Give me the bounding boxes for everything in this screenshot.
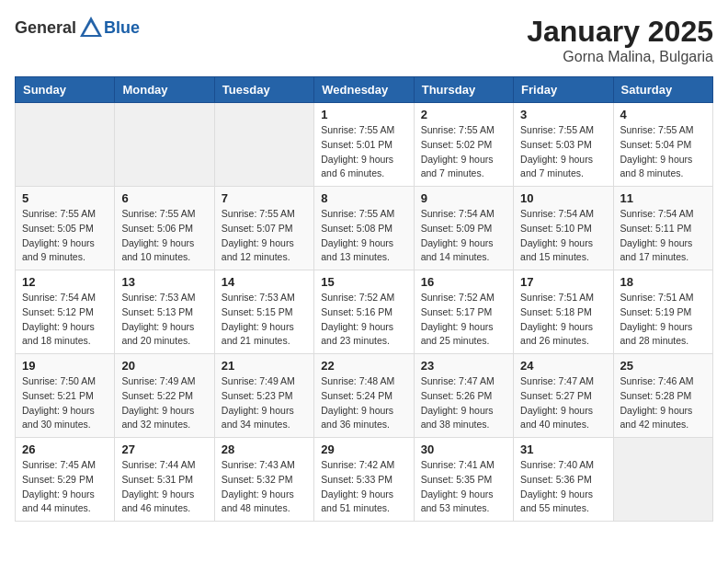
- day-cell: 6Sunrise: 7:55 AMSunset: 5:06 PMDaylight…: [115, 187, 214, 270]
- day-number: 27: [121, 442, 207, 456]
- day-info: Sunrise: 7:55 AMSunset: 5:06 PMDaylight:…: [121, 207, 207, 265]
- day-number: 15: [321, 275, 406, 289]
- day-number: 8: [321, 191, 406, 205]
- weekday-header-sunday: Sunday: [16, 77, 115, 103]
- day-info: Sunrise: 7:45 AMSunset: 5:29 PMDaylight:…: [22, 458, 108, 516]
- day-info: Sunrise: 7:50 AMSunset: 5:21 PMDaylight:…: [22, 374, 108, 432]
- day-cell: 11Sunrise: 7:54 AMSunset: 5:11 PMDayligh…: [613, 187, 712, 270]
- day-cell: 10Sunrise: 7:54 AMSunset: 5:10 PMDayligh…: [514, 187, 613, 270]
- day-number: 30: [421, 442, 506, 456]
- day-info: Sunrise: 7:51 AMSunset: 5:18 PMDaylight:…: [520, 291, 606, 349]
- day-number: 28: [222, 442, 307, 456]
- day-number: 19: [22, 359, 108, 373]
- day-number: 31: [520, 442, 606, 456]
- title-block: January 2025 Gorna Malina, Bulgaria: [527, 15, 713, 65]
- week-row-3: 12Sunrise: 7:54 AMSunset: 5:12 PMDayligh…: [16, 270, 713, 354]
- location-title: Gorna Malina, Bulgaria: [527, 49, 713, 65]
- day-number: 29: [321, 442, 406, 456]
- day-cell: 28Sunrise: 7:43 AMSunset: 5:32 PMDayligh…: [214, 438, 313, 522]
- month-title: January 2025: [527, 15, 713, 49]
- day-cell: 22Sunrise: 7:48 AMSunset: 5:24 PMDayligh…: [314, 354, 414, 438]
- day-info: Sunrise: 7:48 AMSunset: 5:24 PMDaylight:…: [321, 374, 406, 432]
- day-cell: 4Sunrise: 7:55 AMSunset: 5:04 PMDaylight…: [613, 103, 712, 187]
- day-number: 10: [520, 191, 606, 205]
- day-info: Sunrise: 7:54 AMSunset: 5:10 PMDaylight:…: [520, 207, 606, 265]
- day-info: Sunrise: 7:55 AMSunset: 5:08 PMDaylight:…: [321, 207, 406, 265]
- day-cell: 8Sunrise: 7:55 AMSunset: 5:08 PMDaylight…: [314, 187, 414, 270]
- week-row-5: 26Sunrise: 7:45 AMSunset: 5:29 PMDayligh…: [16, 438, 713, 522]
- day-number: 13: [121, 275, 207, 289]
- day-number: 16: [421, 275, 506, 289]
- day-cell: 14Sunrise: 7:53 AMSunset: 5:15 PMDayligh…: [214, 270, 313, 354]
- day-info: Sunrise: 7:47 AMSunset: 5:27 PMDaylight:…: [520, 374, 606, 432]
- day-info: Sunrise: 7:55 AMSunset: 5:03 PMDaylight:…: [520, 123, 606, 181]
- day-cell: 23Sunrise: 7:47 AMSunset: 5:26 PMDayligh…: [414, 354, 513, 438]
- weekday-header-thursday: Thursday: [414, 77, 513, 103]
- day-cell: [115, 103, 214, 187]
- day-info: Sunrise: 7:44 AMSunset: 5:31 PMDaylight:…: [121, 458, 207, 516]
- day-info: Sunrise: 7:55 AMSunset: 5:05 PMDaylight:…: [22, 207, 108, 265]
- day-number: 2: [421, 108, 506, 121]
- day-cell: 16Sunrise: 7:52 AMSunset: 5:17 PMDayligh…: [414, 270, 513, 354]
- weekday-header-wednesday: Wednesday: [314, 77, 414, 103]
- day-info: Sunrise: 7:46 AMSunset: 5:28 PMDaylight:…: [620, 374, 706, 432]
- week-row-2: 5Sunrise: 7:55 AMSunset: 5:05 PMDaylight…: [16, 187, 713, 270]
- day-info: Sunrise: 7:49 AMSunset: 5:23 PMDaylight:…: [222, 374, 307, 432]
- day-number: 25: [620, 359, 706, 373]
- day-number: 24: [520, 359, 606, 373]
- day-number: 7: [222, 191, 307, 205]
- day-cell: 21Sunrise: 7:49 AMSunset: 5:23 PMDayligh…: [214, 354, 313, 438]
- day-number: 12: [22, 275, 108, 289]
- day-cell: 1Sunrise: 7:55 AMSunset: 5:01 PMDaylight…: [314, 103, 414, 187]
- weekday-header-friday: Friday: [514, 77, 613, 103]
- day-number: 9: [421, 191, 506, 205]
- day-info: Sunrise: 7:41 AMSunset: 5:35 PMDaylight:…: [421, 458, 506, 516]
- day-number: 4: [620, 108, 706, 121]
- day-info: Sunrise: 7:52 AMSunset: 5:17 PMDaylight:…: [421, 291, 506, 349]
- day-cell: 31Sunrise: 7:40 AMSunset: 5:36 PMDayligh…: [514, 438, 613, 522]
- day-cell: 5Sunrise: 7:55 AMSunset: 5:05 PMDaylight…: [16, 187, 115, 270]
- day-cell: 3Sunrise: 7:55 AMSunset: 5:03 PMDaylight…: [514, 103, 613, 187]
- day-cell: 18Sunrise: 7:51 AMSunset: 5:19 PMDayligh…: [613, 270, 712, 354]
- day-info: Sunrise: 7:47 AMSunset: 5:26 PMDaylight:…: [421, 374, 506, 432]
- day-cell: 25Sunrise: 7:46 AMSunset: 5:28 PMDayligh…: [613, 354, 712, 438]
- calendar-table: SundayMondayTuesdayWednesdayThursdayFrid…: [15, 76, 713, 522]
- day-cell: 12Sunrise: 7:54 AMSunset: 5:12 PMDayligh…: [16, 270, 115, 354]
- day-info: Sunrise: 7:55 AMSunset: 5:01 PMDaylight:…: [321, 123, 406, 181]
- day-number: 21: [222, 359, 307, 373]
- day-info: Sunrise: 7:53 AMSunset: 5:13 PMDaylight:…: [121, 291, 207, 349]
- day-cell: 26Sunrise: 7:45 AMSunset: 5:29 PMDayligh…: [16, 438, 115, 522]
- day-info: Sunrise: 7:54 AMSunset: 5:12 PMDaylight:…: [22, 291, 108, 349]
- day-cell: 30Sunrise: 7:41 AMSunset: 5:35 PMDayligh…: [414, 438, 513, 522]
- day-cell: 27Sunrise: 7:44 AMSunset: 5:31 PMDayligh…: [115, 438, 214, 522]
- week-row-1: 1Sunrise: 7:55 AMSunset: 5:01 PMDaylight…: [16, 103, 713, 187]
- day-info: Sunrise: 7:43 AMSunset: 5:32 PMDaylight:…: [222, 458, 307, 516]
- day-cell: 7Sunrise: 7:55 AMSunset: 5:07 PMDaylight…: [214, 187, 313, 270]
- day-info: Sunrise: 7:55 AMSunset: 5:07 PMDaylight:…: [222, 207, 307, 265]
- logo-blue: Blue: [104, 18, 140, 38]
- day-cell: 17Sunrise: 7:51 AMSunset: 5:18 PMDayligh…: [514, 270, 613, 354]
- day-number: 22: [321, 359, 406, 373]
- week-row-4: 19Sunrise: 7:50 AMSunset: 5:21 PMDayligh…: [16, 354, 713, 438]
- day-cell: 13Sunrise: 7:53 AMSunset: 5:13 PMDayligh…: [115, 270, 214, 354]
- day-info: Sunrise: 7:42 AMSunset: 5:33 PMDaylight:…: [321, 458, 406, 516]
- logo-icon: [78, 15, 104, 40]
- day-cell: 29Sunrise: 7:42 AMSunset: 5:33 PMDayligh…: [314, 438, 414, 522]
- day-cell: [16, 103, 115, 187]
- day-number: 1: [321, 108, 406, 121]
- day-info: Sunrise: 7:52 AMSunset: 5:16 PMDaylight:…: [321, 291, 406, 349]
- day-number: 6: [121, 191, 207, 205]
- page-header: General Blue January 2025 Gorna Malina, …: [15, 15, 713, 65]
- weekday-header-monday: Monday: [115, 77, 214, 103]
- weekday-header-row: SundayMondayTuesdayWednesdayThursdayFrid…: [16, 77, 713, 103]
- day-cell: 24Sunrise: 7:47 AMSunset: 5:27 PMDayligh…: [514, 354, 613, 438]
- day-number: 20: [121, 359, 207, 373]
- day-cell: 15Sunrise: 7:52 AMSunset: 5:16 PMDayligh…: [314, 270, 414, 354]
- day-cell: 19Sunrise: 7:50 AMSunset: 5:21 PMDayligh…: [16, 354, 115, 438]
- day-number: 14: [222, 275, 307, 289]
- day-number: 23: [421, 359, 506, 373]
- day-cell: 20Sunrise: 7:49 AMSunset: 5:22 PMDayligh…: [115, 354, 214, 438]
- day-number: 17: [520, 275, 606, 289]
- day-info: Sunrise: 7:54 AMSunset: 5:09 PMDaylight:…: [421, 207, 506, 265]
- day-number: 5: [22, 191, 108, 205]
